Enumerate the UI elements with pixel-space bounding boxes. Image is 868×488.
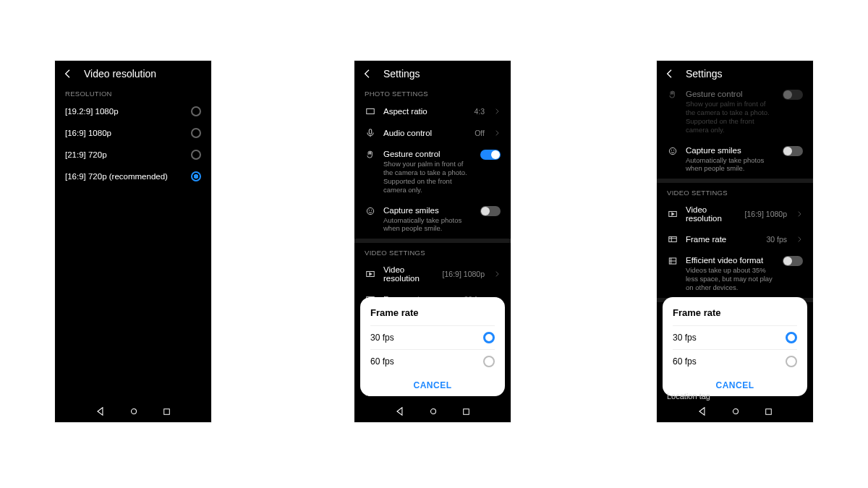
- setting-label: Video resolution: [383, 265, 435, 283]
- resolution-option[interactable]: [16:9] 720p (recommended): [55, 166, 211, 187]
- aspect-icon: [365, 106, 376, 116]
- svg-point-11: [669, 147, 676, 154]
- svg-rect-10: [463, 408, 469, 414]
- phone-settings-2: Settings Gesture control Show your palm …: [657, 61, 813, 422]
- smile-icon: [365, 206, 376, 216]
- nav-back-icon[interactable]: [395, 406, 405, 416]
- toggle-switch[interactable]: [783, 256, 803, 266]
- toggle-switch[interactable]: [480, 150, 501, 160]
- radio-icon: [191, 106, 201, 116]
- nav-recent-icon[interactable]: [162, 407, 171, 416]
- nav-recent-icon[interactable]: [764, 407, 773, 416]
- svg-point-6: [371, 210, 372, 210]
- svg-point-5: [369, 210, 370, 210]
- android-nav-bar: [55, 401, 211, 422]
- resolution-option[interactable]: [21:9] 720p: [55, 144, 211, 166]
- resolution-option[interactable]: [16:9] 1080p: [55, 122, 211, 144]
- option-label: 30 fps: [673, 333, 786, 343]
- nav-recent-icon[interactable]: [461, 407, 471, 416]
- setting-sub: Show your palm in front of the camera to…: [686, 100, 775, 134]
- svg-point-12: [671, 150, 672, 150]
- dialog-option[interactable]: 30 fps: [673, 325, 797, 349]
- svg-point-9: [430, 409, 435, 414]
- nav-home-icon[interactable]: [731, 406, 741, 416]
- page-title: Video resolution: [84, 68, 156, 80]
- setting-sub: Show your palm in front of the camera to…: [383, 160, 473, 194]
- nav-back-icon[interactable]: [697, 406, 707, 416]
- page-title: Settings: [383, 68, 420, 80]
- setting-sub: Automatically take photos when people sm…: [383, 216, 473, 234]
- setting-video-resolution[interactable]: Video resolution [16:9] 1080p: [657, 200, 813, 228]
- nav-back-icon[interactable]: [95, 406, 106, 416]
- setting-label: Audio control: [383, 129, 467, 137]
- setting-value: Off: [475, 129, 485, 137]
- svg-point-0: [131, 409, 136, 414]
- chevron-right-icon: [493, 270, 501, 278]
- radio-icon: [786, 332, 797, 343]
- radio-icon: [483, 356, 495, 367]
- toggle-switch[interactable]: [480, 206, 501, 216]
- setting-value: [16:9] 1080p: [443, 270, 485, 278]
- phone-settings-1: Settings PHOTO SETTINGS Aspect ratio 4:3…: [354, 61, 511, 422]
- setting-label: Video resolution: [686, 205, 738, 223]
- smile-icon: [667, 146, 678, 156]
- setting-gesture-control[interactable]: Gesture control Show your palm in front …: [354, 144, 511, 200]
- chevron-right-icon: [796, 236, 803, 243]
- option-label: [16:9] 1080p: [65, 129, 184, 137]
- dialog-title: Frame rate: [673, 307, 797, 318]
- dialog-option[interactable]: 60 fps: [673, 349, 797, 373]
- frame-rate-icon: [667, 234, 678, 244]
- option-label: 30 fps: [370, 333, 483, 343]
- setting-audio-control[interactable]: Audio control Off: [354, 122, 511, 144]
- back-icon[interactable]: [62, 68, 74, 80]
- setting-location-tag[interactable]: Location tag: [667, 392, 710, 401]
- setting-video-resolution[interactable]: Video resolution [16:9] 1080p: [354, 260, 511, 288]
- radio-icon: [191, 128, 201, 138]
- mic-icon: [365, 128, 376, 138]
- chevron-right-icon: [493, 108, 501, 115]
- toggle-switch: [783, 90, 803, 100]
- setting-value: 4:3: [474, 107, 485, 116]
- dialog-option[interactable]: 30 fps: [370, 325, 495, 349]
- setting-capture-smiles[interactable]: Capture smiles Automatically take photos…: [354, 200, 511, 239]
- nav-home-icon[interactable]: [428, 406, 438, 416]
- setting-frame-rate[interactable]: Frame rate 30 fps: [657, 228, 813, 250]
- nav-home-icon[interactable]: [129, 406, 139, 416]
- storage-icon: [667, 256, 678, 266]
- page-title: Settings: [686, 68, 723, 80]
- option-label: [19.2:9] 1080p: [65, 107, 184, 116]
- toggle-switch[interactable]: [783, 146, 803, 156]
- setting-efficient-video-format[interactable]: Efficient video format Videos take up ab…: [657, 250, 813, 298]
- back-icon[interactable]: [664, 68, 676, 80]
- section-label-photo: PHOTO SETTINGS: [354, 84, 511, 100]
- dialog-option[interactable]: 60 fps: [370, 349, 495, 373]
- setting-aspect-ratio[interactable]: Aspect ratio 4:3: [354, 100, 511, 122]
- setting-capture-smiles[interactable]: Capture smiles Automatically take photos…: [657, 140, 813, 179]
- option-label: 60 fps: [673, 356, 786, 367]
- hand-icon: [667, 90, 678, 100]
- cancel-button[interactable]: CANCEL: [370, 373, 495, 390]
- dialog-title: Frame rate: [370, 307, 495, 318]
- title-bar: Settings: [657, 61, 813, 84]
- back-icon[interactable]: [362, 68, 373, 80]
- radio-icon: [483, 332, 495, 343]
- svg-rect-3: [369, 129, 372, 134]
- radio-icon: [786, 356, 797, 367]
- setting-label: Capture smiles: [686, 146, 775, 155]
- setting-label: Gesture control: [383, 150, 473, 158]
- section-label-resolution: RESOLUTION: [55, 84, 211, 100]
- title-bar: Settings: [354, 61, 511, 84]
- cancel-button[interactable]: CANCEL: [673, 373, 797, 390]
- setting-label: Frame rate: [686, 235, 759, 244]
- option-label: [21:9] 720p: [65, 150, 184, 159]
- svg-rect-2: [367, 109, 375, 114]
- frame-rate-dialog: Frame rate 30 fps 60 fps CANCEL: [360, 297, 505, 396]
- chevron-right-icon: [796, 210, 803, 218]
- section-label-video: VIDEO SETTINGS: [657, 183, 813, 200]
- setting-sub: Videos take up about 35% less space, but…: [686, 266, 775, 292]
- svg-point-4: [367, 207, 373, 214]
- setting-label: Aspect ratio: [383, 107, 467, 116]
- setting-sub: Automatically take photos when people sm…: [686, 156, 775, 174]
- resolution-option[interactable]: [19.2:9] 1080p: [55, 100, 211, 122]
- video-res-icon: [365, 269, 376, 279]
